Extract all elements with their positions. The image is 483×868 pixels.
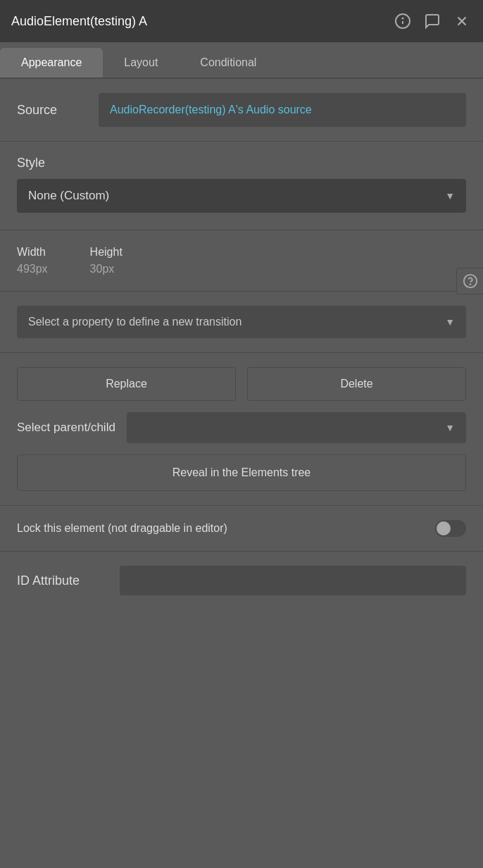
tab-appearance[interactable]: Appearance	[0, 48, 103, 78]
width-label: Width	[17, 246, 48, 259]
source-section: Source AudioRecorder(testing) A's Audio …	[0, 79, 483, 142]
lock-section: Lock this element (not draggable in edit…	[0, 506, 483, 552]
height-group: Height 30px	[90, 246, 123, 275]
style-dropdown[interactable]: None (Custom) ▼	[17, 179, 466, 213]
window-title: AudioElement(testing) A	[11, 14, 147, 29]
title-bar-icons	[393, 11, 472, 31]
parent-child-label: Select parent/child	[17, 421, 115, 435]
replace-button[interactable]: Replace	[17, 367, 236, 401]
close-icon[interactable]	[452, 11, 472, 31]
height-label: Height	[90, 246, 123, 259]
width-value: 493px	[17, 263, 48, 275]
transition-placeholder: Select a property to define a new transi…	[28, 316, 242, 328]
toggle-knob	[437, 521, 451, 535]
transition-section: Select a property to define a new transi…	[0, 292, 483, 353]
tab-layout[interactable]: Layout	[103, 48, 179, 78]
style-section: Style None (Custom) ▼	[0, 142, 483, 230]
height-value: 30px	[90, 263, 123, 275]
tabs-bar: Appearance Layout Conditional	[0, 42, 483, 79]
transition-dropdown[interactable]: Select a property to define a new transi…	[17, 306, 466, 338]
delete-button[interactable]: Delete	[247, 367, 466, 401]
tab-conditional[interactable]: Conditional	[179, 48, 277, 78]
title-bar: AudioElement(testing) A	[0, 0, 483, 42]
dropdown-arrow-icon: ▼	[445, 190, 455, 202]
style-label: Style	[17, 156, 466, 170]
main-content: Source AudioRecorder(testing) A's Audio …	[0, 79, 483, 609]
parent-child-dropdown[interactable]: ▼	[127, 412, 466, 443]
parent-child-arrow-icon: ▼	[445, 422, 455, 433]
source-value[interactable]: AudioRecorder(testing) A's Audio source	[99, 93, 466, 127]
lock-label: Lock this element (not draggable in edit…	[17, 522, 227, 535]
id-attribute-label: ID Attribute	[17, 574, 108, 588]
help-bubble[interactable]	[456, 268, 483, 294]
id-attribute-section: ID Attribute	[0, 552, 483, 609]
reveal-button[interactable]: Reveal in the Elements tree	[17, 454, 466, 491]
transition-dropdown-arrow-icon: ▼	[445, 316, 455, 328]
width-group: Width 493px	[17, 246, 48, 275]
parent-child-row: Select parent/child ▼	[17, 412, 466, 443]
dimensions-section: Width 493px Height 30px	[0, 230, 483, 292]
replace-delete-row: Replace Delete	[17, 367, 466, 401]
style-selected-option: None (Custom)	[28, 189, 109, 203]
chat-icon[interactable]	[422, 11, 442, 31]
id-attribute-input[interactable]	[120, 566, 466, 595]
source-label: Source	[17, 103, 87, 118]
actions-section: Replace Delete Select parent/child ▼ Rev…	[0, 353, 483, 506]
info-icon[interactable]	[393, 11, 413, 31]
lock-toggle[interactable]	[435, 520, 466, 537]
